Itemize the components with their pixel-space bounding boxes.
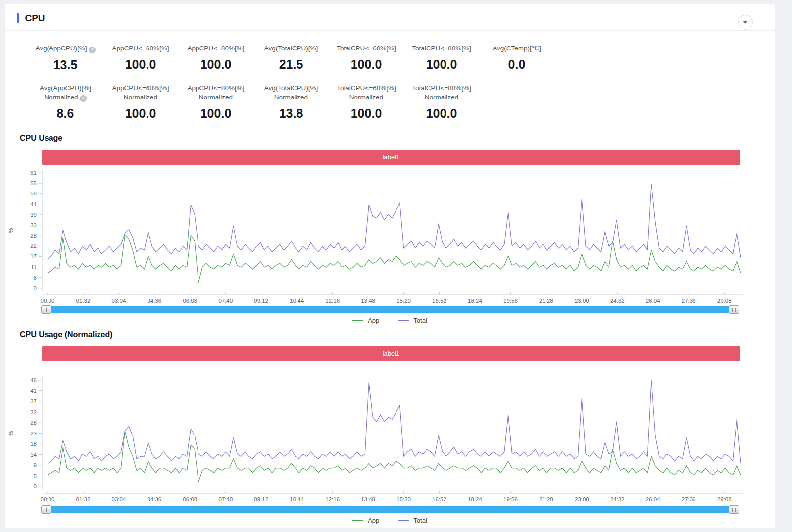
y-tick-label: 50: [30, 191, 37, 196]
scrollbar-left-handle[interactable]: [41, 305, 51, 314]
x-tick-label: 13:48: [361, 298, 375, 304]
x-tick-label: 03:04: [112, 298, 126, 304]
stat-value: 100.0: [404, 106, 479, 121]
x-tick-label: 03:04: [112, 496, 126, 502]
x-tick-label: 06:08: [183, 298, 197, 304]
x-tick-label: 26:04: [646, 298, 660, 304]
x-tick-label: 07:40: [218, 298, 233, 304]
scrollbar-left-handle[interactable]: [41, 505, 51, 514]
x-tick-label: 09:12: [254, 298, 268, 304]
chart-title: CPU Usage (Normalized): [5, 330, 775, 339]
x-tick-label: 15:20: [396, 298, 411, 304]
scrollbar-right-handle[interactable]: [729, 305, 739, 314]
y-axis-label: %: [8, 228, 14, 233]
y-tick-label: 32: [30, 409, 37, 415]
stat-label: TotalCPU<=80%[%]: [412, 45, 471, 52]
section-accent-bar: [17, 13, 19, 23]
x-tick-label: 07:40: [218, 496, 233, 502]
stat-avg-totalcpu: Avg(TotalCPU)[%] 21.5: [253, 44, 329, 72]
x-tick-label: 23:00: [575, 496, 589, 502]
scrollbar-track[interactable]: [42, 506, 738, 513]
legend-item-total[interactable]: Total: [398, 517, 427, 524]
chevron-down-icon: [743, 21, 748, 24]
stat-label: TotalCPU<=80%[%]: [412, 84, 471, 92]
scrollbar-track[interactable]: [42, 306, 738, 313]
stat-label-line2: Normalized: [425, 94, 458, 101]
cpu-section-card: CPU Avg(AppCPU)[%]? 13.5 AppCPU<=60%[%] …: [5, 4, 775, 528]
stat-value: 100.0: [329, 106, 404, 121]
x-tick-label: 26:04: [646, 496, 660, 502]
stat-label-line2: Normalized: [44, 94, 78, 101]
stat-value: 100.0: [329, 57, 404, 72]
stat-label-line2: Normalized: [124, 94, 157, 101]
chart-series-banner: label1: [42, 346, 740, 361]
x-tick-label: 10:44: [290, 496, 304, 502]
stat-value: 0.0: [479, 57, 554, 72]
x-tick-label: 27:36: [682, 496, 696, 502]
legend-item-app[interactable]: App: [352, 317, 379, 324]
help-icon[interactable]: ?: [80, 95, 87, 102]
legend-dash-icon: [398, 520, 409, 521]
x-tick-label: 01:32: [76, 496, 91, 502]
section-title: CPU: [25, 13, 45, 24]
stat-value: 100.0: [103, 57, 178, 72]
y-tick-label: 5: [34, 473, 37, 479]
stat-totalcpu-le60-normalized: TotalCPU<=60%[%] Normalized 100.0: [329, 83, 404, 121]
stat-label: AppCPU<=80%[%]: [188, 84, 245, 92]
scrollbar-right-handle[interactable]: [729, 505, 739, 514]
stat-label: TotalCPU<=60%[%]: [337, 84, 396, 92]
stat-value: 100.0: [103, 106, 178, 121]
stat-appcpu-le60: AppCPU<=60%[%] 100.0: [103, 44, 178, 72]
legend-item-app[interactable]: App: [352, 517, 379, 524]
x-tick-label: 12:16: [325, 496, 340, 502]
legend-dash-icon: [398, 320, 409, 321]
stat-value: 100.0: [178, 57, 253, 72]
chart-legend: AppTotal: [5, 517, 775, 524]
series-line-app: [48, 431, 741, 482]
stat-avg-totalcpu-normalized: Avg(TotalCPU)[%] Normalized 13.8: [253, 83, 329, 121]
stat-avg-appcpu-normalized: Avg(AppCPU)[%] Normalized? 8.6: [28, 83, 103, 121]
y-tick-label: 0: [34, 285, 37, 291]
collapse-button[interactable]: [738, 15, 753, 30]
cpu-usage-chart-block: CPU Usage label1 0611172228333944505561%…: [5, 134, 775, 324]
chart-scrollbar[interactable]: [42, 506, 738, 513]
y-tick-label: 46: [30, 377, 37, 383]
x-tick-label: 04:36: [147, 298, 161, 304]
legend-label: App: [368, 517, 379, 524]
legend-label: Total: [413, 517, 427, 524]
legend-label: Total: [413, 317, 427, 324]
x-tick-label: 10:44: [290, 298, 304, 304]
stat-avg-appcpu: Avg(AppCPU)[%]? 13.5: [28, 44, 103, 72]
y-tick-label: 28: [30, 420, 37, 426]
y-tick-label: 55: [30, 180, 37, 186]
legend-label: App: [368, 317, 379, 324]
stat-value: 13.8: [253, 106, 329, 121]
cpu-usage-normalized-line-chart[interactable]: 0591418232832374146%00:0001:3203:0404:36…: [5, 362, 775, 505]
stats-row-1: Avg(AppCPU)[%]? 13.5 AppCPU<=60%[%] 100.…: [28, 44, 775, 72]
x-tick-label: 00:00: [41, 298, 55, 304]
help-icon[interactable]: ?: [89, 47, 96, 53]
x-tick-label: 21:28: [539, 298, 553, 304]
y-tick-label: 23: [30, 431, 37, 436]
x-tick-label: 24:32: [610, 496, 625, 502]
stat-label: AppCPU<=60%[%]: [112, 84, 169, 92]
series-line-app: [48, 235, 741, 283]
legend-item-total[interactable]: Total: [398, 317, 427, 324]
x-tick-label: 12:16: [325, 298, 340, 304]
stat-label: AppCPU<=80%[%]: [188, 45, 245, 52]
grip-icon: [45, 508, 49, 512]
chart-scrollbar[interactable]: [42, 306, 738, 313]
stat-value: 100.0: [404, 57, 479, 72]
y-tick-label: 17: [30, 253, 37, 259]
stat-appcpu-le60-normalized: AppCPU<=60%[%] Normalized 100.0: [103, 83, 178, 121]
stat-label-line2: Normalized: [274, 94, 308, 101]
stat-value: 21.5: [253, 57, 329, 72]
legend-dash-icon: [352, 320, 363, 321]
stat-totalcpu-le80: TotalCPU<=80%[%] 100.0: [404, 44, 479, 72]
cpu-usage-line-chart[interactable]: 0611172228333944505561%00:0001:3203:0404…: [5, 166, 775, 305]
stat-label-line2: Normalized: [349, 94, 383, 101]
x-tick-label: 18:24: [468, 298, 482, 304]
stat-value: 100.0: [178, 106, 253, 121]
y-tick-label: 37: [30, 398, 37, 404]
x-tick-label: 09:12: [254, 496, 268, 502]
